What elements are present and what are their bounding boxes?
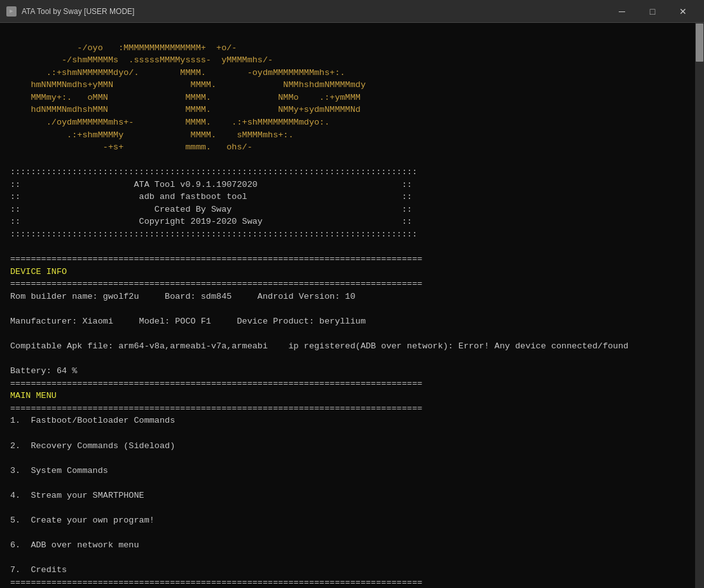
- window-title: ATA Tool by Sway [USER MODE]: [22, 7, 134, 16]
- separator2: ========================================…: [10, 279, 422, 289]
- device-info-line3: Compitable Apk file: arm64-v8a,armeabi-v…: [10, 341, 628, 351]
- ascii-art-line1: -/oyo :MMMMMMMMMMMMMMM+ +o/- -/shmMMMMMs…: [10, 43, 366, 153]
- title-bar: ▶ ATA Tool by Sway [USER MODE] ─ □ ✕: [0, 0, 704, 23]
- separator5: ========================================…: [10, 578, 422, 587]
- device-info-line2: Manufacturer: Xiaomi Model: POCO F1 Devi…: [10, 317, 366, 326]
- device-info-header: DEVICE INFO: [10, 267, 67, 277]
- menu-item-1: 1. Fastboot/Bootloader Commands: [10, 416, 175, 425]
- menu-item-2: 2. Recovery Commands (Sideload): [10, 441, 175, 451]
- box-line4: :: Copyright 2019-2020 Sway ::: [10, 217, 412, 226]
- window-controls: ─ □ ✕: [607, 2, 698, 21]
- title-bar-left: ▶ ATA Tool by Sway [USER MODE]: [6, 6, 134, 17]
- box-line2: :: adb and fastboot tool ::: [10, 192, 412, 202]
- menu-item-5: 5. Create your own program!: [10, 516, 155, 525]
- main-menu-header: MAIN MENU: [10, 391, 57, 400]
- separator1: ========================================…: [10, 254, 422, 264]
- box-border-bottom: ::::::::::::::::::::::::::::::::::::::::…: [10, 229, 417, 239]
- scrollbar[interactable]: [695, 23, 704, 588]
- menu-item-6: 6. ADB over network menu: [10, 540, 139, 550]
- separator3: ========================================…: [10, 379, 422, 388]
- box-line3: :: Created By Sway ::: [10, 205, 412, 214]
- menu-item-3: 3. System Commands: [10, 466, 108, 475]
- minimize-button[interactable]: ─: [607, 2, 637, 21]
- menu-item-7: 7. Credits: [10, 565, 67, 575]
- terminal-output[interactable]: -/oyo :MMMMMMMMMMMMMMM+ +o/- -/shmMMMMMs…: [0, 23, 695, 588]
- box-border-top: ::::::::::::::::::::::::::::::::::::::::…: [10, 167, 417, 177]
- maximize-button[interactable]: □: [638, 2, 667, 21]
- menu-item-4: 4. Stream your SMARTPHONE: [10, 491, 144, 500]
- box-line1: :: ATA Tool v0.9.1.19072020 ::: [10, 180, 412, 189]
- scrollbar-thumb[interactable]: [696, 24, 703, 62]
- terminal-wrapper: -/oyo :MMMMMMMMMMMMMMM+ +o/- -/shmMMMMMs…: [0, 23, 704, 588]
- device-info-line1: Rom builder name: gwolf2u Board: sdm845 …: [10, 292, 355, 301]
- separator4: ========================================…: [10, 404, 422, 413]
- battery-info: Battery: 64 %: [10, 366, 77, 376]
- close-button[interactable]: ✕: [668, 2, 698, 21]
- app-icon: ▶: [6, 6, 17, 17]
